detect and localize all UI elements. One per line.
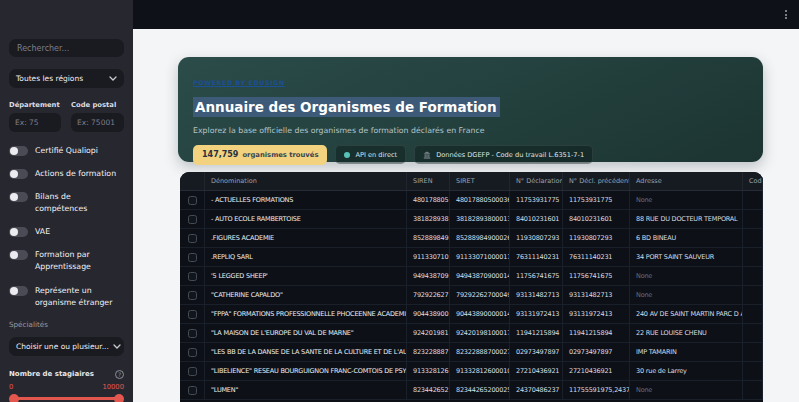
filter-toggle-row[interactable]: VAE [9, 226, 124, 238]
filter-toggle-row[interactable]: Représente un organisme étranger [9, 285, 124, 309]
specialites-select[interactable]: Choisir une ou plusieur... [9, 337, 124, 356]
row-checkbox-cell [180, 343, 205, 361]
cell-declaration: 93131482713 [510, 286, 563, 304]
column-header[interactable]: Dénomination [205, 172, 407, 190]
cell-declaration-precedent: 93131482713 [563, 286, 630, 304]
cell-siren: 924201981 [407, 324, 450, 342]
column-header[interactable]: SIREN [407, 172, 450, 190]
toggle-switch[interactable] [9, 250, 28, 260]
toggle-switch[interactable] [9, 146, 28, 156]
help-icon[interactable]: ? [115, 370, 124, 379]
column-header[interactable]: SIRET [450, 172, 510, 190]
cell-denomination: "CATHERINE CAPALDO" [205, 286, 407, 304]
cell-siret: 91133071000011 [450, 248, 510, 266]
cell-siren: 949438709 [407, 267, 450, 285]
cell-siret: 79292262700049 [450, 286, 510, 304]
row-checkbox[interactable] [188, 310, 197, 319]
header-checkbox-cell [180, 172, 205, 190]
cell-declaration: 27210436921 [510, 362, 563, 380]
column-header[interactable]: Code [743, 172, 763, 190]
row-checkbox-cell [180, 210, 205, 228]
slider-handle-max[interactable] [114, 394, 124, 402]
cell-adresse: None [630, 191, 743, 209]
row-checkbox-cell [180, 286, 205, 304]
table-row[interactable]: "LES BB DE LA DANSE DE LA SANTE DE LA CU… [180, 343, 763, 362]
column-header[interactable]: Adresse [630, 172, 743, 190]
cell-declaration: 76311140231 [510, 248, 563, 266]
search-input[interactable] [9, 39, 124, 57]
cell-siret: 82344265200025 [450, 381, 510, 399]
row-checkbox[interactable] [188, 348, 197, 357]
row-checkbox[interactable] [188, 196, 197, 205]
cell-declaration-precedent: 02973497897 [563, 343, 630, 361]
api-status-badge: API en direct [335, 145, 406, 164]
region-select[interactable]: Toutes les régions [9, 69, 124, 88]
status-dot-icon [344, 152, 350, 158]
cell-adresse: IMP TAMARIN [630, 343, 743, 361]
row-checkbox[interactable] [188, 234, 197, 243]
kebab-menu-icon[interactable] [782, 7, 790, 22]
row-checkbox-cell [180, 324, 205, 342]
cell-siret: 94943870900014 [450, 267, 510, 285]
stagiaires-label: Nombre de stagiaires [9, 370, 94, 378]
cell-code [743, 267, 763, 285]
row-checkbox[interactable] [188, 386, 197, 395]
department-label: Département [9, 101, 61, 109]
cell-declaration: 11753931775 [510, 191, 563, 209]
cell-code [743, 248, 763, 266]
specialites-label: Spécialités [9, 320, 124, 329]
table-row[interactable]: - AUTO ECOLE RAMBERTOISE 381828938 38182… [180, 210, 763, 229]
hero-panel: POWERED BY EDUSIGN Annuaire des Organism… [178, 57, 763, 162]
row-checkbox[interactable] [188, 215, 197, 224]
cell-siren: 823228887 [407, 343, 450, 361]
column-header[interactable]: N° Décl. précédent [563, 172, 630, 190]
table-row[interactable]: .FIGURES ACADEMIE 852889849 852889849000… [180, 229, 763, 248]
cell-code [743, 324, 763, 342]
filter-toggle-row[interactable]: Bilans de compétences [9, 191, 124, 215]
results-count-badge: 147,759 organismes trouvés [193, 145, 327, 165]
region-select-value: Toutes les régions [16, 74, 83, 83]
table-row[interactable]: .REPLIQ SARL 911330710 91133071000011 76… [180, 248, 763, 267]
postal-code-input[interactable] [71, 113, 124, 132]
table-row[interactable]: - ACTUELLES FORMATIONS 480178805 4801788… [180, 191, 763, 210]
cell-siren: 792922627 [407, 286, 450, 304]
cell-siret: 90443890000014 [450, 305, 510, 323]
toggle-switch[interactable] [9, 227, 28, 237]
table-row[interactable]: "CATHERINE CAPALDO" 792922627 7929226270… [180, 286, 763, 305]
table-row[interactable]: "LA MAISON DE L'EUROPE DU VAL DE MARNE" … [180, 324, 763, 343]
table-row[interactable]: "LUMEN" 823442652 82344265200025 2437048… [180, 381, 763, 400]
toggle-switch[interactable] [9, 192, 28, 202]
filter-toggle-row[interactable]: Certifié Qualiopi [9, 145, 124, 157]
row-checkbox-cell [180, 362, 205, 380]
results-table: DénominationSIRENSIRETN° DéclarationN° D… [180, 172, 763, 402]
toggle-switch[interactable] [9, 169, 28, 179]
cell-code [743, 210, 763, 228]
row-checkbox[interactable] [188, 329, 197, 338]
cell-adresse: 6 BD BINEAU [630, 229, 743, 247]
building-icon [423, 151, 431, 159]
slider-handle-min[interactable] [9, 394, 19, 402]
table-header: DénominationSIRENSIRETN° DéclarationN° D… [180, 172, 763, 191]
toggle-label: Bilans de compétences [35, 191, 124, 215]
row-checkbox[interactable] [188, 272, 197, 281]
chevron-down-icon [109, 76, 117, 81]
table-row[interactable]: '5 LEGGED SHEEP' 949438709 9494387090001… [180, 267, 763, 286]
row-checkbox-cell [180, 267, 205, 285]
table-row[interactable]: "FPPA" FORMATIONS PROFESSIONNELLE PHOCEE… [180, 305, 763, 324]
filter-toggle-row[interactable]: Actions de formation [9, 168, 124, 180]
department-input[interactable] [9, 113, 61, 132]
cell-adresse: 88 RUE DU DOCTEUR TEMPORAL [630, 210, 743, 228]
powered-by-link[interactable]: POWERED BY EDUSIGN [193, 79, 285, 86]
cell-adresse: 30 rue de Larrey [630, 362, 743, 380]
table-row[interactable]: "LIBELIENCE" RESEAU BOURGUIGNON FRANC-CO… [180, 362, 763, 381]
column-header[interactable]: N° Déclaration [510, 172, 563, 190]
row-checkbox[interactable] [188, 253, 197, 262]
toggle-switch[interactable] [9, 286, 28, 296]
cell-siren: 480178805 [407, 191, 450, 209]
row-checkbox[interactable] [188, 291, 197, 300]
toggle-label: Actions de formation [35, 168, 116, 180]
filter-toggle-row[interactable]: Formation par Apprentissage [9, 249, 124, 273]
row-checkbox[interactable] [188, 367, 197, 376]
row-checkbox-cell [180, 305, 205, 323]
stagiaires-slider[interactable] [9, 394, 124, 402]
